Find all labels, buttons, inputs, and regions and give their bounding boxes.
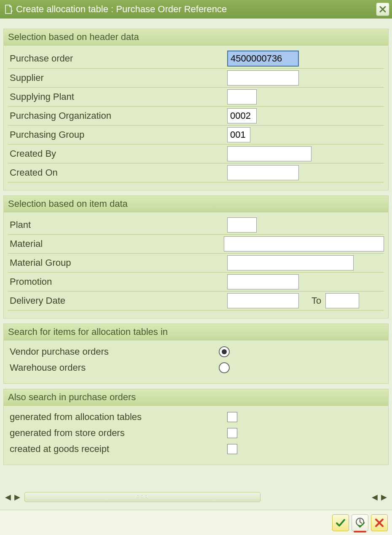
input-promotion[interactable] bbox=[227, 274, 299, 289]
input-purch-org[interactable] bbox=[227, 108, 257, 123]
label-plant: Plant bbox=[8, 219, 227, 230]
input-delivery-date-to[interactable] bbox=[325, 293, 359, 308]
input-material[interactable] bbox=[224, 236, 384, 251]
label-purch-group: Purchasing Group bbox=[8, 129, 227, 140]
label-from-alloc: generated from allocation tables bbox=[8, 412, 227, 423]
input-supplying-plant[interactable] bbox=[227, 89, 257, 104]
group-title-also-search: Also search in purchase orders bbox=[4, 389, 388, 406]
scroll-left-icon[interactable]: ▶ bbox=[13, 492, 22, 502]
label-at-gr: created at goods receipt bbox=[8, 444, 227, 455]
input-created-by[interactable] bbox=[227, 146, 311, 161]
cancel-button[interactable] bbox=[371, 514, 388, 531]
horizontal-scrollbar: ◀ ▶ : : : ◀ ▶ bbox=[0, 489, 392, 506]
input-material-group[interactable] bbox=[227, 255, 354, 270]
ok-button[interactable] bbox=[332, 514, 349, 531]
titlebar: Create allocation table : Purchase Order… bbox=[0, 0, 392, 19]
input-purch-group[interactable] bbox=[227, 127, 250, 142]
scroll-right-end-icon[interactable]: ▶ bbox=[379, 492, 389, 502]
scroll-right-icon[interactable]: ◀ bbox=[370, 492, 379, 502]
group-also-search: Also search in purchase orders generated… bbox=[3, 389, 389, 465]
label-warehouse-orders: Warehouse orders bbox=[8, 362, 219, 373]
group-header-data: Selection based on header data Purchase … bbox=[3, 29, 389, 190]
checkbox-from-alloc[interactable] bbox=[227, 412, 237, 422]
input-plant[interactable] bbox=[227, 217, 257, 233]
window-title: Create allocation table : Purchase Order… bbox=[16, 4, 227, 15]
group-item-data: Selection based on item data Plant Mater… bbox=[3, 195, 389, 318]
execute-schedule-button[interactable] bbox=[352, 514, 368, 531]
footer-toolbar bbox=[0, 510, 392, 535]
checkbox-at-gr[interactable] bbox=[227, 444, 237, 454]
checkbox-from-store[interactable] bbox=[227, 428, 237, 438]
label-material-group: Material Group bbox=[8, 257, 227, 268]
group-title-search-in: Search for items for allocation tables i… bbox=[4, 324, 388, 340]
label-delivery-date-to: To bbox=[311, 295, 321, 306]
radio-vendor-po[interactable] bbox=[219, 346, 230, 357]
label-created-by: Created By bbox=[8, 148, 227, 159]
scroll-left-start-icon[interactable]: ◀ bbox=[3, 492, 13, 502]
group-title-header-data: Selection based on header data bbox=[4, 29, 388, 45]
content-area: Selection based on header data Purchase … bbox=[0, 19, 392, 465]
input-supplier[interactable] bbox=[227, 70, 299, 86]
label-purch-org: Purchasing Organization bbox=[8, 110, 227, 121]
cross-icon bbox=[374, 518, 384, 528]
label-purchase-order: Purchase order bbox=[8, 53, 227, 64]
label-promotion: Promotion bbox=[8, 276, 227, 287]
input-purchase-order[interactable] bbox=[227, 51, 299, 67]
group-search-in: Search for items for allocation tables i… bbox=[3, 324, 389, 384]
scrollbar-track[interactable]: : : : bbox=[24, 492, 260, 502]
radio-warehouse-orders[interactable] bbox=[219, 362, 230, 373]
red-underline bbox=[354, 531, 366, 532]
clock-check-icon bbox=[354, 517, 366, 529]
label-delivery-date: Delivery Date bbox=[8, 295, 227, 306]
label-material: Material bbox=[8, 238, 224, 249]
label-created-on: Created On bbox=[8, 167, 227, 178]
group-title-item-data: Selection based on item data bbox=[4, 196, 388, 212]
label-from-store: generated from store orders bbox=[8, 428, 227, 439]
close-button[interactable] bbox=[376, 3, 389, 16]
document-icon bbox=[4, 5, 13, 14]
check-icon bbox=[335, 517, 346, 528]
label-supplying-plant: Supplying Plant bbox=[8, 91, 227, 102]
input-delivery-date-from[interactable] bbox=[227, 293, 299, 308]
label-supplier: Supplier bbox=[8, 72, 227, 83]
input-created-on[interactable] bbox=[227, 165, 299, 180]
label-vendor-po: Vendor purchase orders bbox=[8, 346, 219, 357]
